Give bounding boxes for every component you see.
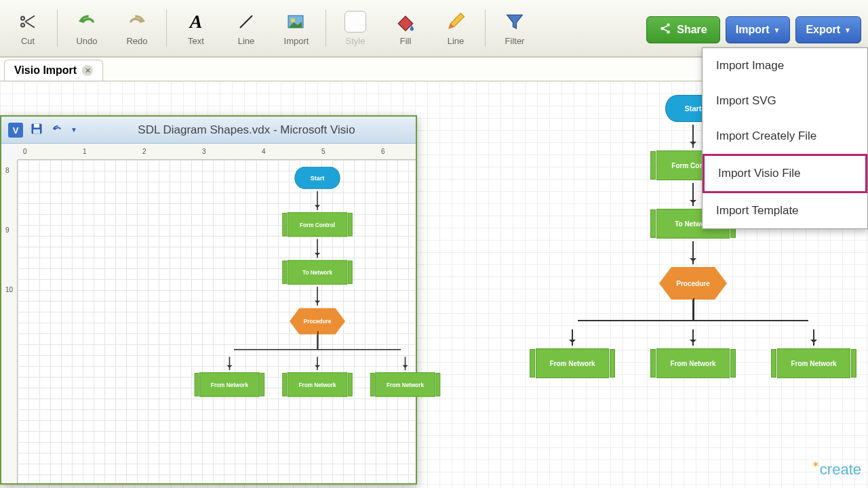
text-tool-button[interactable]: A Text [172, 3, 220, 54]
import-dropdown-menu: Import Image Import SVG Import Creately … [702, 47, 868, 229]
visio-ruler-horizontal: 0 1 2 3 4 5 6 [18, 144, 416, 160]
visio-titlebar: V ▼ SDL Diagram Shapes.vdx - Microsoft V… [1, 117, 416, 144]
svg-line-0 [240, 16, 252, 28]
filter-button[interactable]: Filter [491, 3, 538, 54]
save-icon[interactable] [30, 122, 43, 138]
line-style-button[interactable]: Line [432, 3, 479, 54]
style-swatch-icon [344, 10, 367, 33]
from-network-node[interactable]: From Network [199, 372, 260, 396]
form-control-node[interactable]: Form Control [288, 212, 348, 237]
undo-button[interactable]: Undo [63, 3, 111, 54]
from-network-node[interactable]: From Network [536, 348, 609, 378]
svg-point-2 [291, 18, 295, 22]
share-icon [659, 22, 671, 37]
close-tab-icon[interactable]: ✕ [82, 65, 93, 76]
image-import-icon [285, 10, 308, 33]
funnel-icon [503, 10, 526, 33]
svg-rect-10 [33, 129, 40, 134]
visio-app-icon: V [8, 123, 23, 138]
visio-ruler-vertical: 8 9 10 [1, 160, 18, 483]
procedure-node[interactable]: Procedure [659, 267, 727, 300]
cut-label: Cut [21, 36, 35, 46]
text-icon: A [184, 10, 208, 33]
to-network-node[interactable]: To Network [288, 260, 348, 285]
svg-text:V: V [13, 125, 19, 136]
chevron-down-icon: ▼ [844, 26, 851, 34]
brand-watermark: ✶create [812, 461, 861, 479]
chevron-down-icon: ▼ [774, 26, 781, 34]
from-network-node[interactable]: From Network [777, 348, 850, 378]
line-tool-button[interactable]: Line [222, 3, 270, 54]
style-button[interactable]: Style [332, 3, 379, 54]
from-network-node[interactable]: From Network [656, 348, 730, 378]
fill-button[interactable]: Fill [382, 3, 429, 54]
visio-undo-icon[interactable] [50, 122, 64, 138]
dropdown-item-import-template[interactable]: Import Template [703, 193, 867, 228]
svg-rect-9 [34, 123, 39, 127]
visio-diagram: Start Form Control To Network Procedure … [199, 167, 435, 396]
line-icon [235, 10, 258, 33]
dropdown-item-import-visio[interactable]: Import Visio File [703, 154, 867, 193]
pencil-icon [444, 10, 467, 33]
from-network-node[interactable]: From Network [375, 372, 435, 396]
paint-bucket-icon [394, 10, 417, 33]
scissors-icon [16, 10, 39, 33]
cut-button[interactable]: Cut [4, 3, 52, 54]
redo-button[interactable]: Redo [113, 3, 161, 54]
from-network-node[interactable]: From Network [288, 372, 348, 396]
visio-canvas[interactable]: Start Form Control To Network Procedure … [18, 160, 416, 483]
undo-icon [75, 10, 98, 33]
redo-icon [125, 10, 149, 33]
start-node[interactable]: Start [294, 167, 340, 189]
share-button[interactable]: Share [646, 16, 719, 43]
tab-visio-import[interactable]: Visio Import ✕ [4, 60, 103, 81]
export-dropdown-button[interactable]: Export ▼ [795, 16, 861, 43]
dropdown-item-import-svg[interactable]: Import SVG [703, 83, 867, 119]
import-dropdown-button[interactable]: Import ▼ [726, 16, 791, 43]
dropdown-item-import-creately[interactable]: Import Creately File [703, 119, 867, 154]
import-tool-button[interactable]: Import [273, 3, 320, 54]
visio-title: SDL Diagram Shapes.vdx - Microsoft Visio [84, 123, 409, 137]
dropdown-item-import-image[interactable]: Import Image [703, 48, 867, 83]
visio-preview-window: V ▼ SDL Diagram Shapes.vdx - Microsoft V… [0, 115, 417, 485]
